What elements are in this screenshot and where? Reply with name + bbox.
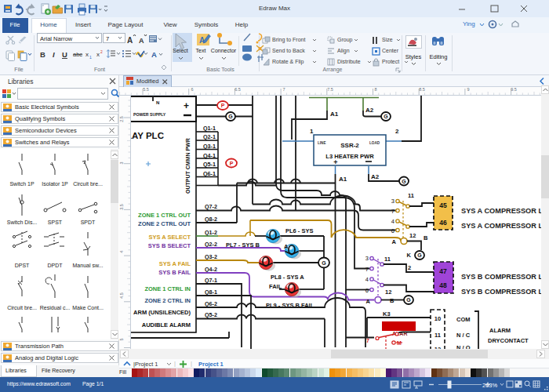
svg-text:G: G [406,297,411,303]
svg-text:48: 48 [439,281,447,289]
svg-text:2: 2 [100,49,103,54]
svg-text:SYS A SELECT: SYS A SELECT [148,234,191,241]
svg-text:Q7-1: Q7-1 [205,277,217,284]
svg-text:DRYCONTACT: DRYCONTACT [488,337,529,344]
svg-text:A1: A1 [330,111,339,118]
svg-text:I: I [53,50,55,59]
svg-text:x: x [85,51,89,58]
svg-text:Q4-2: Q4-2 [205,266,217,273]
svg-text:ZONE 2 CTRL IN: ZONE 2 CTRL IN [144,297,191,304]
svg-text:12: 12 [385,289,391,296]
svg-text:1: 1 [310,128,314,135]
svg-text:4: 4 [391,218,394,225]
svg-text:K: K [407,252,412,259]
svg-text:Q8-2: Q8-2 [205,216,217,223]
svg-text:abc: abc [73,51,82,58]
svg-text:U: U [62,50,67,59]
svg-text:FAIL: FAIL [269,283,282,290]
svg-text:B: B [40,50,45,59]
svg-text:Q1-2: Q1-2 [205,229,217,236]
svg-text:OUTPUT CMMN PWR: OUTPUT CMMN PWR [185,138,191,194]
svg-text:PL8 - SYS A: PL8 - SYS A [271,274,304,281]
svg-text:B: B [424,234,428,241]
svg-text:+: + [333,158,337,166]
svg-text:ZONE 2 CTRL OUT: ZONE 2 CTRL OUT [138,220,191,227]
svg-text:G: G [402,179,406,184]
svg-text:A: A [366,298,371,305]
svg-text:Q2-2: Q2-2 [205,241,217,248]
svg-text:A: A [284,243,289,250]
svg-text:A: A [151,50,157,59]
svg-text:Q5-1: Q5-1 [203,161,216,168]
svg-text:Q8-1: Q8-1 [205,289,217,296]
svg-text:N / C: N / C [456,332,471,339]
svg-text:Q1-1: Q1-1 [203,125,216,132]
svg-text:4.5: 4.5 [119,292,124,299]
svg-text:P: P [230,161,234,166]
svg-text:2.5: 2.5 [119,116,124,122]
svg-text:46: 46 [439,219,447,227]
svg-text:SSR-2: SSR-2 [340,142,359,149]
svg-text:ARM (UNSILENCED): ARM (UNSILENCED) [133,309,191,316]
svg-text:45: 45 [439,201,447,209]
svg-text:PL7 - SYS B: PL7 - SYS B [226,241,260,249]
svg-text:6: 6 [365,287,369,294]
svg-text:Q7-2: Q7-2 [205,203,217,210]
svg-text:11: 11 [408,192,414,199]
svg-text:3: 3 [119,162,124,164]
svg-text:ZONE 1 CTRL IN: ZONE 1 CTRL IN [144,285,191,292]
svg-text:G: G [322,260,326,266]
svg-text:A: A [392,238,397,245]
svg-text:12: 12 [409,232,416,239]
svg-text:7: 7 [366,338,369,343]
svg-text:Q4-1: Q4-1 [203,152,216,159]
svg-text:3: 3 [391,198,394,205]
svg-text:ZONE 1 CTRL OUT: ZONE 1 CTRL OUT [138,212,191,219]
svg-text:G: G [384,114,388,119]
svg-text:A2: A2 [365,107,374,114]
svg-text:P: P [221,103,225,108]
svg-text:COM: COM [456,316,471,323]
svg-text:Q2-1: Q2-1 [203,133,216,140]
svg-text:G: G [417,252,422,258]
svg-text:SYS A FAIL: SYS A FAIL [159,260,191,267]
svg-text:ALARM: ALARM [489,327,511,334]
svg-text:5: 5 [119,338,124,340]
svg-text:7: 7 [391,208,394,215]
svg-text:LAY PLC: LAY PLC [131,131,164,140]
svg-text:PL6 - SYS: PL6 - SYS [285,227,313,234]
svg-text:Q3-2: Q3-2 [205,253,217,260]
svg-text:47: 47 [439,267,447,275]
svg-text:+: + [184,100,189,111]
svg-text:6: 6 [391,227,394,234]
svg-text:SYS A COMPRESSOR L: SYS A COMPRESSOR L [461,206,541,215]
svg-text:11: 11 [384,256,391,263]
svg-text:x: x [96,51,100,58]
svg-text:Q3-1: Q3-1 [203,143,216,150]
svg-text:4: 4 [119,250,124,252]
svg-text:4: 4 [365,276,369,283]
svg-text:A1: A1 [339,176,347,183]
svg-text:3: 3 [365,255,369,262]
svg-text:AUDIBLE ALARM: AUDIBLE ALARM [142,321,191,328]
svg-text:SYS A COMPRESSOR L: SYS A COMPRESSOR L [461,221,541,230]
svg-text:2: 2 [395,128,399,135]
svg-text:1: 1 [89,55,92,60]
svg-text:3.5: 3.5 [119,204,124,210]
svg-text:K3: K3 [383,310,391,318]
svg-text:N: N [156,100,159,105]
svg-text:LOAD: LOAD [369,141,380,145]
svg-text:2: 2 [408,264,411,271]
svg-text:A: A [127,36,133,45]
svg-text:11: 11 [434,332,441,339]
svg-text:A2: A2 [371,173,380,180]
svg-text:B: B [390,297,394,304]
svg-text:SYS B SELECT: SYS B SELECT [148,242,191,249]
svg-text:SYS B COMPRESSOR L: SYS B COMPRESSOR L [461,287,541,296]
svg-text:203%: 203% [482,382,498,389]
svg-text:A: A [139,37,144,45]
svg-text:Q5-2: Q5-2 [205,311,217,318]
svg-text:Q6-1: Q6-1 [203,170,216,177]
svg-text:LINE: LINE [318,141,325,145]
svg-text:10: 10 [434,315,441,322]
